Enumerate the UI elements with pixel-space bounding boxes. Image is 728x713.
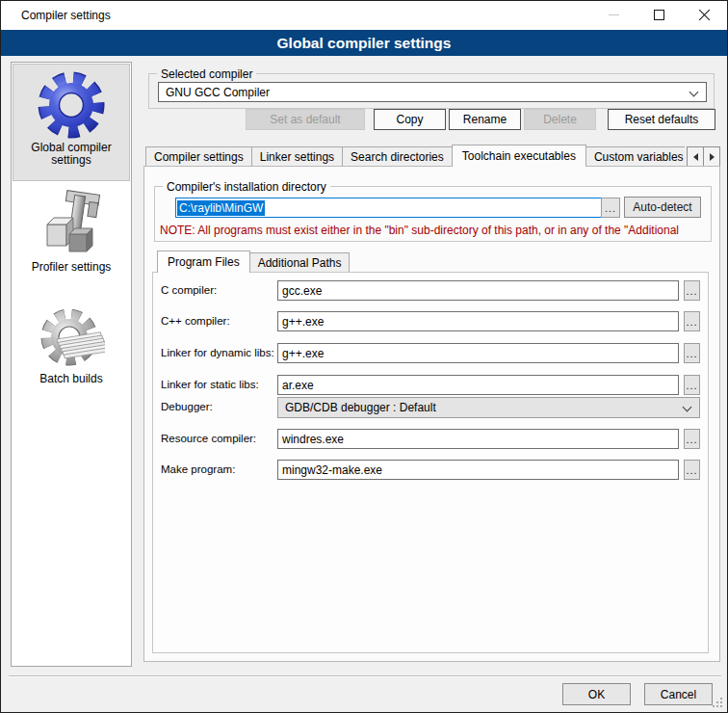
program-files-subtabs: Program FilesAdditional Paths — [157, 251, 349, 273]
compiler-select[interactable]: GNU GCC Compiler — [158, 82, 707, 102]
field-row-linker-for-static-libs: Linker for static libs:ar.exe... — [153, 375, 708, 396]
sidebar-item-batch-builds[interactable]: Batch builds — [13, 305, 130, 400]
delete-button[interactable]: Delete — [524, 109, 596, 130]
tab-scroll-right-button[interactable] — [703, 146, 720, 167]
sidebar-item-global-compiler-settings[interactable]: Global compiler settings — [13, 64, 130, 181]
linker-for-static-libs-browse-button[interactable]: ... — [684, 375, 700, 395]
window-title: Compiler settings — [21, 9, 111, 22]
field-label: C compiler: — [161, 284, 217, 296]
footer-divider — [9, 675, 721, 676]
linker-for-dynamic-libs-input[interactable]: g++.exe — [277, 343, 679, 363]
tab-toolchain-executables[interactable]: Toolchain executables — [452, 145, 586, 167]
compiler-buttons-row: Set as defaultCopyRenameDeleteReset defa… — [246, 109, 715, 130]
field-label: Linker for dynamic libs: — [161, 347, 274, 358]
tab-compiler-settings[interactable]: Compiler settings — [145, 146, 252, 167]
selected-compiler-groupbox: Selected compiler GNU GCC Compiler — [148, 73, 715, 109]
copy-button[interactable]: Copy — [374, 109, 446, 130]
compiler-settings-window: Compiler settings Global compiler settin… — [0, 0, 728, 713]
window-controls — [591, 1, 727, 30]
make-program-input[interactable]: mingw32-make.exe — [277, 460, 679, 480]
field-label: Make program: — [161, 463, 235, 475]
program-files-page: C compiler:gcc.exe...C++ compiler:g++.ex… — [152, 272, 709, 653]
dialog-header-title: Global compiler settings — [1, 30, 727, 56]
minimize-icon — [609, 14, 619, 15]
sidebar-item-label: Batch builds — [13, 373, 130, 385]
rename-button[interactable]: Rename — [449, 109, 521, 130]
resource-compiler-input[interactable]: windres.exe — [277, 429, 679, 449]
profiler-icon — [13, 190, 130, 261]
tab-scroll-arrows — [687, 146, 720, 167]
installation-directory-label: Compiler's installation directory — [163, 180, 330, 194]
installation-directory-groupbox: Compiler's installation directory C:\ray… — [154, 186, 712, 242]
select-value: GDB/CDB debugger : Default — [285, 401, 436, 414]
auto-detect-button[interactable]: Auto-detect — [624, 197, 701, 218]
field-label: Debugger: — [161, 401, 213, 412]
resize-grip[interactable] — [713, 698, 723, 708]
close-button[interactable] — [682, 1, 727, 29]
subtab-additional-paths[interactable]: Additional Paths — [249, 252, 351, 273]
toolchain-executables-panel: Compiler's installation directory C:\ray… — [143, 166, 720, 662]
c-compiler-browse-button[interactable]: ... — [684, 280, 700, 301]
linker-for-static-libs-input[interactable]: ar.exe — [277, 375, 679, 395]
selected-text: C:\raylib\MinGW — [177, 200, 265, 216]
set-as-default-button[interactable]: Set as default — [246, 109, 365, 130]
tab-search-directories[interactable]: Search directories — [342, 146, 453, 167]
settings-sidebar: Global compiler settings Profiler settin… — [11, 62, 132, 667]
batch-builds-icon — [13, 307, 130, 373]
sidebar-item-label: Profiler settings — [13, 261, 130, 274]
field-row-debugger: Debugger:GDB/CDB debugger : Default — [153, 397, 708, 418]
linker-for-dynamic-libs-browse-button[interactable]: ... — [684, 343, 700, 363]
field-row-c-compiler: C++ compiler:g++.exe... — [153, 311, 708, 332]
sidebar-item-profiler-settings[interactable]: Profiler settings — [13, 186, 130, 284]
resource-compiler-browse-button[interactable]: ... — [684, 429, 700, 449]
maximize-icon — [654, 10, 664, 20]
minimize-button[interactable] — [591, 1, 637, 29]
maximize-button[interactable] — [637, 1, 682, 29]
ok-button[interactable]: OK — [562, 683, 631, 705]
subtab-program-files[interactable]: Program Files — [157, 251, 250, 273]
c-compiler-browse-button[interactable]: ... — [684, 311, 700, 331]
reset-defaults-button[interactable]: Reset defaults — [608, 109, 715, 130]
browse-directory-button[interactable]: ... — [601, 198, 620, 218]
field-label: Resource compiler: — [161, 433, 256, 444]
installation-note: NOTE: All programs must exist either in … — [160, 224, 709, 237]
chevron-down-icon — [683, 403, 692, 412]
tab-custom-variables[interactable]: Custom variables — [585, 146, 685, 167]
field-row-resource-compiler: Resource compiler:windres.exe... — [153, 429, 708, 450]
tab-scroll-left-button[interactable] — [687, 146, 704, 167]
debugger-select[interactable]: GDB/CDB debugger : Default — [277, 397, 700, 418]
field-row-c-compiler: C compiler:gcc.exe... — [153, 280, 708, 302]
chevron-down-icon — [689, 88, 699, 97]
settings-tabs: Compiler settingsLinker settingsSearch d… — [145, 145, 685, 167]
make-program-browse-button[interactable]: ... — [684, 460, 700, 480]
close-icon — [698, 9, 711, 21]
cancel-button[interactable]: Cancel — [644, 683, 713, 705]
compiler-gear-icon — [13, 68, 129, 142]
field-label: Linker for static libs: — [161, 379, 259, 390]
field-label: C++ compiler: — [161, 315, 230, 327]
selected-compiler-label: Selected compiler — [157, 67, 256, 81]
tab-linker-settings[interactable]: Linker settings — [251, 146, 343, 167]
triangle-right-icon — [710, 153, 715, 161]
triangle-left-icon — [693, 153, 698, 161]
field-row-linker-for-dynamic-libs: Linker for dynamic libs:g++.exe... — [153, 343, 708, 364]
c-compiler-input[interactable]: g++.exe — [277, 311, 679, 331]
installation-directory-input[interactable]: C:\raylib\MinGW — [175, 198, 607, 218]
sidebar-item-label: Global compiler settings — [13, 142, 129, 167]
c-compiler-input[interactable]: gcc.exe — [277, 280, 679, 301]
titlebar: Compiler settings — [1, 1, 727, 30]
compiler-select-value: GNU GCC Compiler — [166, 86, 270, 99]
field-row-make-program: Make program:mingw32-make.exe... — [153, 460, 708, 481]
